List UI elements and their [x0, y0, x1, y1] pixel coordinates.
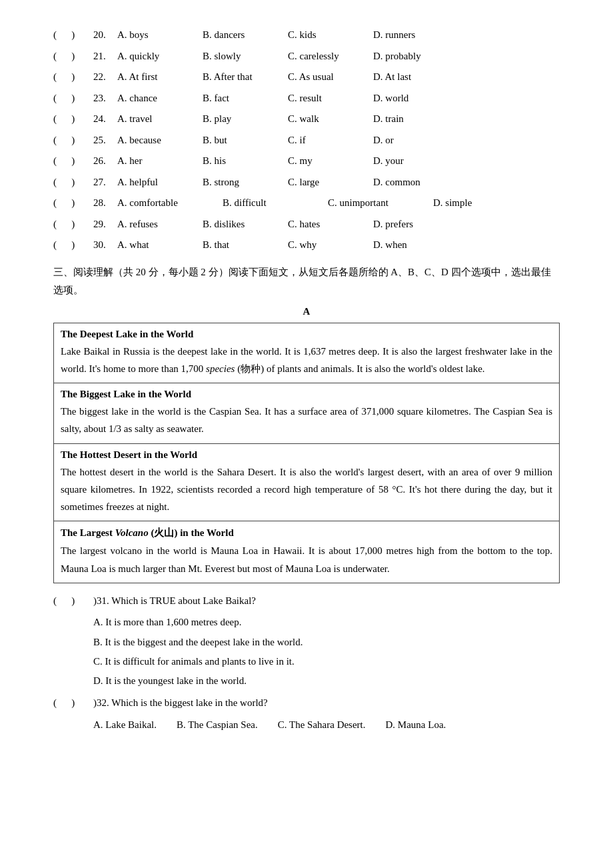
- comp-q31-choices: A. It is more than 1,600 metres deep. B.…: [93, 613, 560, 689]
- comp-q32: ( ) )32. Which is the biggest lake in th…: [53, 695, 560, 733]
- question-row-28: ( ) 28. A. comfortable B. difficult C. u…: [53, 195, 560, 212]
- q26-c: C. my: [288, 153, 368, 170]
- q28-b: B. difficult: [223, 195, 322, 212]
- question-row-27: ( ) 27. A. helpful B. strong C. large D.…: [53, 174, 560, 191]
- q24-d: D. train: [373, 111, 453, 128]
- q20-a: A. boys: [117, 27, 197, 44]
- q25-d: D. or: [373, 132, 453, 149]
- question-row-20: ( ) 20. A. boys B. dancers C. kids D. ru…: [53, 27, 560, 44]
- passage-hottest-desert-body: The hottest desert in the world is the S…: [61, 463, 552, 516]
- section-a-title: A: [53, 306, 560, 317]
- q23-d: D. world: [373, 90, 453, 107]
- q28-d: D. simple: [433, 195, 513, 212]
- passage-largest-volcano-title: The Largest Volcano (火山) in the World: [61, 527, 552, 539]
- question-row-26: ( ) 26. A. her B. his C. my D. your: [53, 153, 560, 170]
- comp-q32-choices: A. Lake Baikal. B. The Caspian Sea. C. T…: [93, 716, 560, 733]
- comp-q32-b: B. The Caspian Sea.: [177, 716, 258, 733]
- comp-q32-d: D. Mauna Loa.: [386, 716, 446, 733]
- question-row-22: ( ) 22. A. At first B. After that C. As …: [53, 69, 560, 86]
- q21-c: C. carelessly: [288, 48, 368, 65]
- q30-a: A. what: [117, 237, 197, 254]
- passage-biggest-lake-title: The Biggest Lake in the World: [61, 389, 552, 400]
- passage-deepest-lake-body: Lake Baikal in Russia is the deepest lak…: [61, 343, 552, 378]
- q26-b: B. his: [203, 153, 283, 170]
- passage-deepest-lake: The Deepest Lake in the World Lake Baika…: [53, 323, 560, 384]
- passage-hottest-desert-title: The Hottest Desert in the World: [61, 449, 552, 461]
- q27-a: A. helpful: [117, 174, 197, 191]
- passage-deepest-lake-title: The Deepest Lake in the World: [61, 329, 552, 340]
- q22-b: B. After that: [203, 69, 283, 86]
- q21-a: A. quickly: [117, 48, 197, 65]
- comp-q31-text: )31. Which is TRUE about Lake Baikal?: [93, 593, 256, 610]
- passage-largest-volcano: The Largest Volcano (火山) in the World Th…: [53, 521, 560, 583]
- q27-c: C. large: [288, 174, 368, 191]
- comp-q32-text: )32. Which is the biggest lake in the wo…: [93, 695, 268, 712]
- q30-b: B. that: [203, 237, 283, 254]
- comp-q32-c: C. The Sahara Desert.: [278, 716, 366, 733]
- comp-q31-d: D. It is the youngest lake in the world.: [93, 672, 560, 689]
- question-row-24: ( ) 24. A. travel B. play C. walk D. tra…: [53, 111, 560, 128]
- q27-d: D. common: [373, 174, 453, 191]
- comp-q31-c: C. It is difficult for animals and plant…: [93, 653, 560, 670]
- question-row-29: ( ) 29. A. refuses B. dislikes C. hates …: [53, 216, 560, 233]
- q20-c: C. kids: [288, 27, 368, 44]
- q29-b: B. dislikes: [203, 216, 283, 233]
- comp-q31: ( ) )31. Which is TRUE about Lake Baikal…: [53, 593, 560, 690]
- q27-b: B. strong: [203, 174, 283, 191]
- passage-largest-volcano-body: The largest volcano in the world is Maun…: [61, 542, 552, 577]
- passage-hottest-desert: The Hottest Desert in the World The hott…: [53, 444, 560, 522]
- section3-header: 三、阅读理解（共 20 分，每小题 2 分）阅读下面短文，从短文后各题所给的 A…: [53, 263, 560, 299]
- question-row-30: ( ) 30. A. what B. that C. why D. when: [53, 237, 560, 254]
- q22-c: C. As usual: [288, 69, 368, 86]
- passage-biggest-lake-body: The biggest lake in the world is the Cas…: [61, 403, 552, 438]
- q20-b: B. dancers: [203, 27, 283, 44]
- reading-passages: The Deepest Lake in the World Lake Baika…: [53, 323, 560, 583]
- q29-d: D. prefers: [373, 216, 453, 233]
- q23-c: C. result: [288, 90, 368, 107]
- q26-a: A. her: [117, 153, 197, 170]
- q29-c: C. hates: [288, 216, 368, 233]
- q28-c: C. unimportant: [328, 195, 428, 212]
- q26-d: D. your: [373, 153, 453, 170]
- q22-a: A. At first: [117, 69, 197, 86]
- question-row-21: ( ) 21. A. quickly B. slowly C. careless…: [53, 48, 560, 65]
- comprehension-section: ( ) )31. Which is TRUE about Lake Baikal…: [53, 593, 560, 733]
- questions-section: ( ) 20. A. boys B. dancers C. kids D. ru…: [53, 27, 560, 254]
- q24-a: A. travel: [117, 111, 197, 128]
- passage-biggest-lake: The Biggest Lake in the World The bigges…: [53, 383, 560, 444]
- q30-d: D. when: [373, 237, 453, 254]
- comp-q31-a: A. It is more than 1,600 metres deep.: [93, 613, 560, 631]
- q24-b: B. play: [203, 111, 283, 128]
- comp-q31-b: B. It is the biggest and the deepest lak…: [93, 633, 560, 651]
- q28-a: A. comfortable: [117, 195, 217, 212]
- q29-a: A. refuses: [117, 216, 197, 233]
- q21-b: B. slowly: [203, 48, 283, 65]
- q23-b: B. fact: [203, 90, 283, 107]
- q25-b: B. but: [203, 132, 283, 149]
- question-row-23: ( ) 23. A. chance B. fact C. result D. w…: [53, 90, 560, 107]
- q30-c: C. why: [288, 237, 368, 254]
- q24-c: C. walk: [288, 111, 368, 128]
- q21-d: D. probably: [373, 48, 453, 65]
- q20-d: D. runners: [373, 27, 453, 44]
- q25-c: C. if: [288, 132, 368, 149]
- q22-d: D. At last: [373, 69, 453, 86]
- comp-q32-a: A. Lake Baikal.: [93, 716, 157, 733]
- question-row-25: ( ) 25. A. because B. but C. if D. or: [53, 132, 560, 149]
- q23-a: A. chance: [117, 90, 197, 107]
- q25-a: A. because: [117, 132, 197, 149]
